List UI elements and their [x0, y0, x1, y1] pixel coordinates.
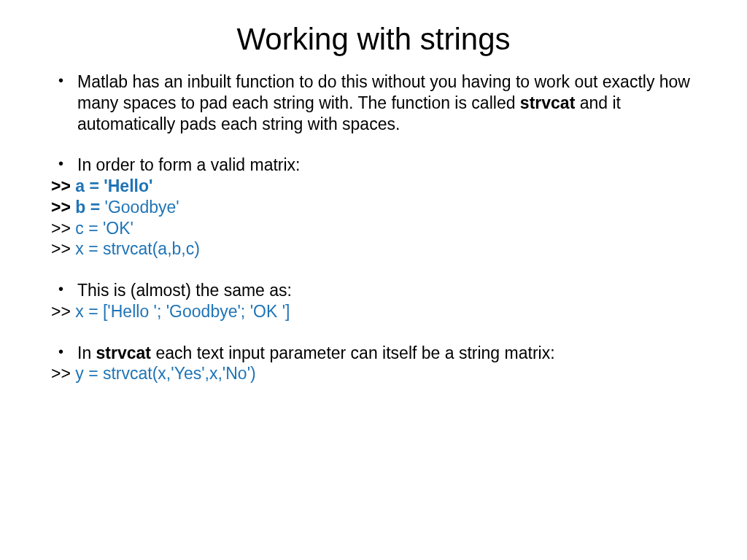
- prompt: >>: [51, 198, 75, 217]
- code: c = 'OK': [75, 219, 133, 238]
- bullet-4-bold: strvcat: [96, 343, 151, 362]
- code-bold: b =: [75, 198, 104, 217]
- slide-title: Working with strings: [51, 22, 696, 57]
- code-line-3: >> c = 'OK': [51, 218, 696, 239]
- code-line-4: >> x = strvcat(a,b,c): [51, 238, 696, 260]
- bullet-1-bold: strvcat: [520, 93, 575, 112]
- bullet-3: This is (almost) the same as:: [51, 280, 696, 301]
- bullet-1: Matlab has an inbuilt function to do thi…: [51, 71, 696, 134]
- bullet-2: In order to form a valid matrix:: [51, 155, 696, 176]
- code-line-6: >> y = strvcat(x,'Yes',x,'No'): [51, 363, 696, 384]
- bullet-4: In strvcat each text input parameter can…: [51, 343, 696, 364]
- code-rest: 'Goodbye': [105, 198, 179, 217]
- code-line-5: >> x = ['Hello '; 'Goodbye'; 'OK ']: [51, 301, 696, 322]
- code: y = strvcat(x,'Yes',x,'No'): [75, 364, 255, 383]
- bullet-4-pre: In: [77, 343, 96, 362]
- prompt: >>: [51, 364, 75, 383]
- code-line-1: >> a = 'Hello': [51, 176, 696, 197]
- prompt: >>: [51, 176, 75, 195]
- prompt: >>: [51, 302, 75, 321]
- code: x = ['Hello '; 'Goodbye'; 'OK ']: [75, 302, 290, 321]
- code: x = strvcat(a,b,c): [75, 239, 200, 258]
- prompt: >>: [51, 219, 75, 238]
- prompt: >>: [51, 239, 75, 258]
- code-line-2: >> b = 'Goodbye': [51, 197, 696, 218]
- bullet-4-post: each text input parameter can itself be …: [151, 343, 555, 362]
- code: a = 'Hello': [75, 176, 152, 195]
- slide-content: Matlab has an inbuilt function to do thi…: [51, 71, 696, 384]
